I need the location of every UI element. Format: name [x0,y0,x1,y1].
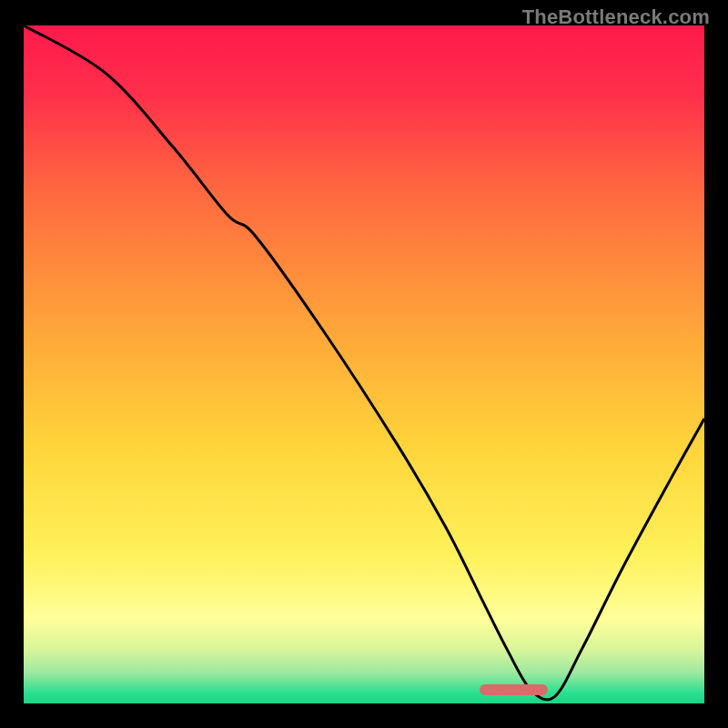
chart-canvas: TheBottleneck.com [0,0,728,728]
plot-area [24,25,704,703]
watermark-label: TheBottleneck.com [522,5,710,29]
target-range-marker [480,684,548,695]
bottleneck-curve [24,25,704,703]
